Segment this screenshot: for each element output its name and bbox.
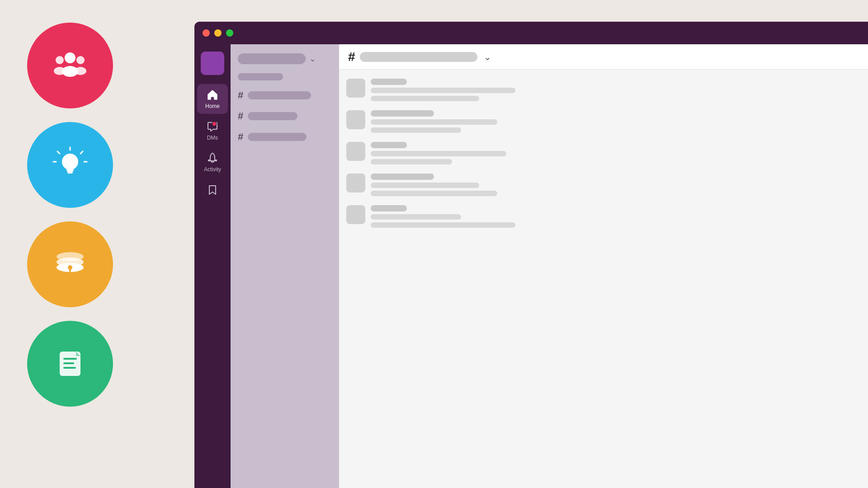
- nav-item-dms[interactable]: DMs: [197, 116, 228, 145]
- workspace-button[interactable]: [201, 52, 224, 75]
- message-list: [339, 70, 868, 488]
- app-window: Home DMs Activity: [194, 22, 868, 488]
- maximize-button[interactable]: [226, 29, 233, 37]
- docs-icon-circle: [27, 321, 113, 407]
- svg-line-11: [80, 151, 83, 154]
- svg-line-10: [57, 151, 60, 154]
- main-content: # ⌄: [339, 44, 868, 488]
- content-chevron-icon: ⌄: [484, 52, 491, 62]
- avatar: [346, 142, 365, 161]
- sidebar-nav: Home DMs Activity: [194, 44, 231, 488]
- nav-item-activity[interactable]: Activity: [197, 147, 228, 177]
- nav-item-home[interactable]: Home: [197, 84, 228, 114]
- msg-name-bar: [371, 205, 407, 211]
- table-row: [346, 174, 861, 196]
- main-area: Home DMs Activity: [194, 44, 868, 488]
- layers-icon-circle: [27, 221, 113, 307]
- svg-rect-7: [66, 169, 74, 171]
- activity-label: Activity: [204, 166, 221, 173]
- channel-name-bar-3: [248, 133, 307, 141]
- svg-rect-20: [63, 358, 77, 360]
- msg-text-bar: [371, 159, 452, 164]
- message-content: [371, 110, 861, 133]
- close-button[interactable]: [203, 29, 210, 37]
- dms-label: DMs: [207, 135, 218, 141]
- message-content: [371, 174, 861, 196]
- channel-header[interactable]: ⌄: [238, 53, 332, 64]
- avatar: [346, 205, 365, 224]
- msg-text-bar: [371, 96, 479, 101]
- svg-point-6: [62, 154, 78, 170]
- msg-name-bar: [371, 142, 407, 148]
- left-icon-panel: [27, 23, 113, 407]
- svg-point-0: [65, 52, 75, 63]
- activity-icon: [206, 152, 219, 164]
- layers-icon: [50, 244, 90, 285]
- nav-item-saved[interactable]: [197, 179, 228, 201]
- msg-text-bar: [371, 214, 461, 220]
- table-row: [346, 79, 861, 101]
- message-content: [371, 205, 861, 228]
- msg-text-bar: [371, 127, 461, 133]
- svg-point-3: [54, 67, 66, 75]
- hash-icon-1: #: [238, 89, 243, 101]
- content-hash-icon: #: [348, 50, 355, 64]
- content-title-bar: [360, 52, 477, 62]
- hash-icon-3: #: [238, 131, 243, 143]
- message-content: [371, 142, 861, 164]
- msg-text-bar: [371, 191, 497, 196]
- table-row: [346, 205, 861, 228]
- saved-icon: [206, 183, 219, 196]
- svg-rect-22: [63, 367, 76, 369]
- svg-rect-8: [67, 171, 73, 174]
- title-bar: [194, 22, 868, 44]
- table-row: [346, 142, 861, 164]
- message-content: [371, 79, 861, 101]
- svg-rect-18: [69, 269, 71, 272]
- msg-name-bar: [371, 110, 434, 117]
- channel-item-3[interactable]: #: [238, 129, 332, 145]
- home-label: Home: [205, 103, 220, 109]
- channel-item-1[interactable]: #: [238, 88, 332, 103]
- channels-section-label: [238, 73, 283, 80]
- msg-text-bar: [371, 222, 515, 228]
- content-header: # ⌄: [339, 44, 868, 70]
- svg-rect-21: [63, 362, 74, 364]
- idea-icon: [50, 145, 90, 185]
- channel-name-bar-1: [248, 91, 311, 99]
- people-icon: [50, 45, 90, 86]
- idea-icon-circle: [27, 122, 113, 208]
- hash-icon-2: #: [238, 110, 243, 122]
- dms-icon: [206, 120, 219, 133]
- msg-text-bar: [371, 119, 497, 125]
- msg-text-bar: [371, 88, 515, 93]
- table-row: [346, 110, 861, 133]
- channel-name-bar-2: [248, 112, 297, 120]
- svg-point-4: [76, 56, 85, 64]
- svg-point-2: [56, 56, 64, 64]
- home-icon: [206, 89, 219, 101]
- channel-header-chevron-icon: ⌄: [309, 54, 316, 64]
- workspace-name-bar: [238, 53, 306, 64]
- people-icon-circle: [27, 23, 113, 108]
- avatar: [346, 79, 365, 98]
- minimize-button[interactable]: [214, 29, 222, 37]
- avatar: [346, 174, 365, 192]
- channel-item-2[interactable]: #: [238, 108, 332, 124]
- channel-sidebar: ⌄ # # #: [231, 44, 339, 488]
- svg-point-23: [212, 122, 217, 126]
- msg-text-bar: [371, 151, 506, 156]
- docs-icon: [50, 343, 90, 384]
- msg-name-bar: [371, 79, 407, 85]
- msg-name-bar: [371, 174, 434, 180]
- msg-text-bar: [371, 183, 479, 188]
- svg-point-5: [75, 67, 86, 75]
- avatar: [346, 110, 365, 129]
